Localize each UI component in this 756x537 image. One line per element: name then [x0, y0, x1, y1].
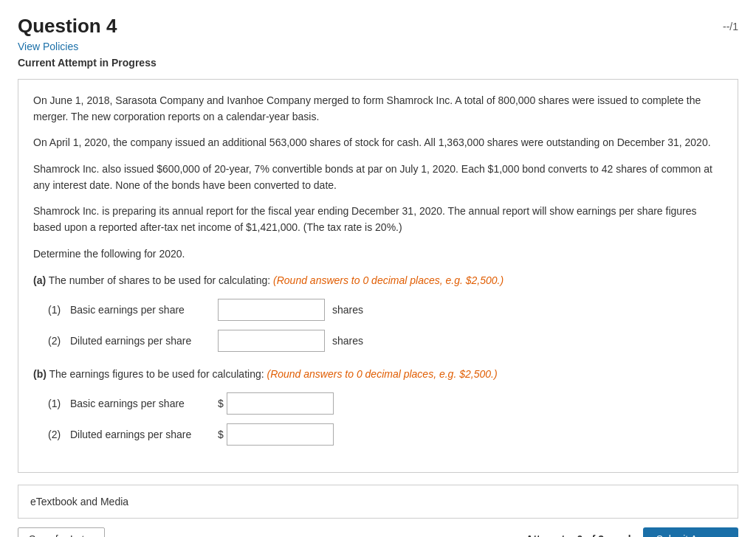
page-container: Question 4 --/1 View Policies Current At…: [0, 0, 756, 537]
part-a-hint: (Round answers to 0 decimal places, e.g.…: [273, 274, 504, 286]
part-b-row-1: (1) Basic earnings per share $: [48, 392, 723, 415]
part-a-label: (a): [33, 274, 46, 286]
part-a-row1-unit: shares: [332, 304, 363, 316]
footer-right: Attempts: 0 of 3 used Submit Answer: [526, 527, 738, 538]
current-attempt-label: Current Attempt in Progress: [18, 57, 738, 69]
paragraph-1: On June 1, 2018, Sarasota Company and Iv…: [33, 93, 723, 125]
header-row: Question 4 --/1: [18, 15, 738, 38]
part-b-label: (b): [33, 368, 47, 380]
paragraph-2: On April 1, 2020, the company issued an …: [33, 135, 723, 151]
part-a-row-2: (2) Diluted earnings per share shares: [48, 330, 723, 352]
part-b-instruction: (b) The earnings figures to be used for …: [33, 367, 723, 382]
part-a-row1-label: Basic earnings per share: [70, 304, 218, 316]
etextbook-label: eTextbook and Media: [30, 496, 128, 507]
view-policies-link[interactable]: View Policies: [18, 41, 738, 52]
submit-answer-button[interactable]: Submit Answer: [643, 527, 738, 538]
attempt-counter: --/1: [723, 15, 738, 32]
part-a-diluted-input[interactable]: [218, 330, 325, 352]
part-b-row1-label: Basic earnings per share: [70, 398, 218, 409]
part-a-row2-unit: shares: [332, 335, 363, 347]
part-b-hint: (Round answers to 0 decimal places, e.g.…: [267, 368, 497, 380]
question-title: Question 4: [18, 15, 117, 38]
footer-bar: Save for Later Attempts: 0 of 3 used Sub…: [18, 519, 738, 538]
part-a-row2-number: (2): [48, 335, 70, 347]
paragraph-5: Determine the following for 2020.: [33, 246, 723, 263]
paragraph-4: Shamrock Inc. is preparing its annual re…: [33, 204, 723, 235]
etextbook-bar: eTextbook and Media: [18, 485, 738, 519]
part-a-row1-number: (1): [48, 304, 70, 316]
part-b-description: The earnings figures to be used for calc…: [49, 368, 267, 380]
part-b-diluted-input[interactable]: [227, 423, 334, 446]
part-b-row2-label: Diluted earnings per share: [70, 429, 218, 440]
part-b-basic-input[interactable]: [227, 392, 334, 415]
question-body: On June 1, 2018, Sarasota Company and Iv…: [18, 79, 738, 473]
part-b-row2-number: (2): [48, 429, 70, 440]
part-a-row2-label: Diluted earnings per share: [70, 335, 218, 347]
part-b-section: (b) The earnings figures to be used for …: [33, 367, 723, 446]
paragraph-3: Shamrock Inc. also issued $600,000 of 20…: [33, 162, 723, 193]
attempts-text: Attempts: 0 of 3 used: [526, 533, 630, 538]
part-b-row2-dollar: $: [218, 429, 224, 440]
part-a-description: The number of shares to be used for calc…: [49, 274, 273, 286]
part-b-row1-number: (1): [48, 398, 70, 409]
part-a-section: (a) The number of shares to be used for …: [33, 273, 723, 352]
part-a-instruction: (a) The number of shares to be used for …: [33, 273, 723, 288]
part-b-row1-dollar: $: [218, 398, 224, 409]
part-b-row-2: (2) Diluted earnings per share $: [48, 423, 723, 446]
save-later-button[interactable]: Save for Later: [18, 527, 105, 538]
part-a-basic-input[interactable]: [218, 299, 325, 321]
part-a-row-1: (1) Basic earnings per share shares: [48, 299, 723, 321]
